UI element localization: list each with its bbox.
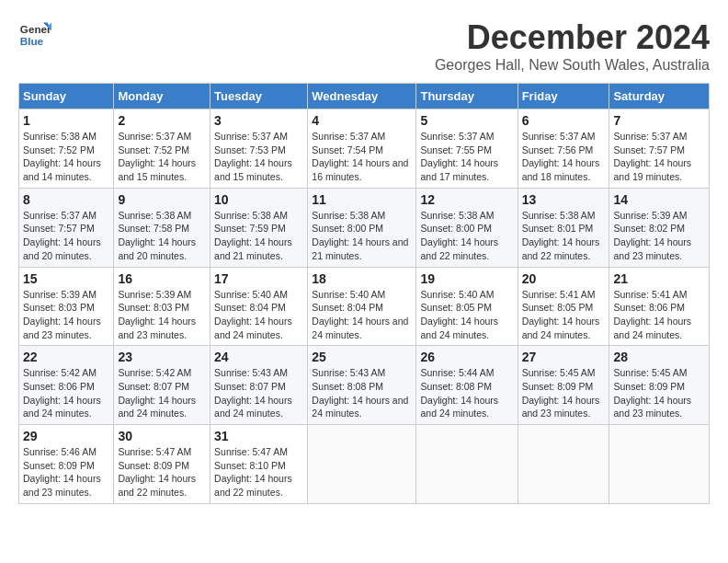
day-number: 9: [118, 192, 206, 207]
calendar-cell: 21Sunrise: 5:41 AMSunset: 8:06 PMDayligh…: [609, 267, 710, 346]
calendar-cell: 22Sunrise: 5:42 AMSunset: 8:06 PMDayligh…: [19, 346, 114, 425]
day-detail: Sunrise: 5:44 AMSunset: 8:08 PMDaylight:…: [420, 366, 513, 420]
day-detail: Sunrise: 5:38 AMSunset: 8:00 PMDaylight:…: [312, 209, 412, 263]
day-number: 31: [214, 429, 303, 443]
day-detail: Sunrise: 5:37 AMSunset: 7:57 PMDaylight:…: [23, 209, 109, 263]
day-detail: Sunrise: 5:41 AMSunset: 8:06 PMDaylight:…: [613, 288, 705, 342]
day-detail: Sunrise: 5:40 AMSunset: 8:04 PMDaylight:…: [312, 288, 412, 342]
day-number: 13: [522, 192, 606, 207]
calendar-cell: 6Sunrise: 5:37 AMSunset: 7:56 PMDaylight…: [518, 109, 609, 189]
day-number: 17: [214, 271, 303, 286]
calendar-cell: [308, 425, 416, 504]
day-number: 15: [23, 271, 109, 286]
day-number: 1: [23, 113, 109, 128]
day-number: 5: [420, 113, 513, 128]
month-title: December 2024: [435, 18, 710, 57]
day-number: 8: [23, 192, 109, 207]
calendar-week-1: 1Sunrise: 5:38 AMSunset: 7:52 PMDaylight…: [19, 109, 710, 189]
day-number: 4: [312, 113, 412, 128]
calendar-cell: 13Sunrise: 5:38 AMSunset: 8:01 PMDayligh…: [518, 188, 609, 267]
day-detail: Sunrise: 5:46 AMSunset: 8:09 PMDaylight:…: [23, 445, 109, 500]
day-detail: Sunrise: 5:41 AMSunset: 8:05 PMDaylight:…: [522, 288, 606, 342]
day-detail: Sunrise: 5:42 AMSunset: 8:06 PMDaylight:…: [23, 366, 109, 420]
calendar-cell: 18Sunrise: 5:40 AMSunset: 8:04 PMDayligh…: [308, 267, 416, 346]
calendar-cell: 29Sunrise: 5:46 AMSunset: 8:09 PMDayligh…: [19, 425, 114, 504]
logo: General Blue: [18, 18, 51, 52]
day-number: 3: [214, 113, 303, 128]
day-detail: Sunrise: 5:40 AMSunset: 8:04 PMDaylight:…: [214, 288, 303, 342]
day-detail: Sunrise: 5:38 AMSunset: 7:59 PMDaylight:…: [214, 209, 303, 263]
day-number: 10: [214, 192, 303, 207]
day-detail: Sunrise: 5:37 AMSunset: 7:55 PMDaylight:…: [420, 130, 513, 184]
col-sunday: Sunday: [19, 84, 114, 109]
calendar-cell: 12Sunrise: 5:38 AMSunset: 8:00 PMDayligh…: [416, 188, 518, 267]
subtitle: Georges Hall, New South Wales, Australia: [435, 57, 710, 74]
day-detail: Sunrise: 5:39 AMSunset: 8:03 PMDaylight:…: [118, 288, 206, 342]
day-number: 6: [522, 113, 606, 128]
day-detail: Sunrise: 5:37 AMSunset: 7:57 PMDaylight:…: [613, 130, 705, 184]
day-number: 28: [613, 350, 705, 364]
day-number: 26: [420, 350, 513, 364]
calendar-cell: [609, 425, 710, 504]
day-number: 25: [312, 350, 412, 364]
day-detail: Sunrise: 5:39 AMSunset: 8:02 PMDaylight:…: [613, 209, 705, 263]
day-number: 11: [312, 192, 412, 207]
calendar-cell: 4Sunrise: 5:37 AMSunset: 7:54 PMDaylight…: [308, 109, 416, 189]
calendar-cell: 17Sunrise: 5:40 AMSunset: 8:04 PMDayligh…: [210, 267, 308, 346]
calendar-cell: 3Sunrise: 5:37 AMSunset: 7:53 PMDaylight…: [210, 109, 308, 189]
calendar-cell: 10Sunrise: 5:38 AMSunset: 7:59 PMDayligh…: [210, 188, 308, 267]
logo-icon: General Blue: [18, 18, 51, 52]
col-saturday: Saturday: [609, 84, 710, 109]
svg-text:Blue: Blue: [20, 35, 44, 47]
calendar-cell: 1Sunrise: 5:38 AMSunset: 7:52 PMDaylight…: [19, 109, 114, 189]
calendar-cell: 19Sunrise: 5:40 AMSunset: 8:05 PMDayligh…: [416, 267, 518, 346]
calendar-cell: 24Sunrise: 5:43 AMSunset: 8:07 PMDayligh…: [210, 346, 308, 425]
calendar-cell: 26Sunrise: 5:44 AMSunset: 8:08 PMDayligh…: [416, 346, 518, 425]
title-area: December 2024 Georges Hall, New South Wa…: [435, 18, 710, 74]
col-thursday: Thursday: [416, 84, 518, 109]
calendar-week-5: 29Sunrise: 5:46 AMSunset: 8:09 PMDayligh…: [19, 425, 710, 504]
day-number: 21: [613, 271, 705, 286]
calendar-cell: 5Sunrise: 5:37 AMSunset: 7:55 PMDaylight…: [416, 109, 518, 189]
day-detail: Sunrise: 5:37 AMSunset: 7:53 PMDaylight:…: [214, 130, 303, 184]
calendar-cell: 9Sunrise: 5:38 AMSunset: 7:58 PMDaylight…: [114, 188, 210, 267]
day-detail: Sunrise: 5:47 AMSunset: 8:10 PMDaylight:…: [214, 445, 303, 500]
day-detail: Sunrise: 5:37 AMSunset: 7:56 PMDaylight:…: [522, 130, 606, 184]
calendar-week-3: 15Sunrise: 5:39 AMSunset: 8:03 PMDayligh…: [19, 267, 710, 346]
col-friday: Friday: [518, 84, 609, 109]
day-number: 20: [522, 271, 606, 286]
day-number: 29: [23, 429, 109, 443]
day-detail: Sunrise: 5:38 AMSunset: 8:01 PMDaylight:…: [522, 209, 606, 263]
calendar-cell: 27Sunrise: 5:45 AMSunset: 8:09 PMDayligh…: [518, 346, 609, 425]
calendar-cell: 25Sunrise: 5:43 AMSunset: 8:08 PMDayligh…: [308, 346, 416, 425]
day-detail: Sunrise: 5:38 AMSunset: 7:58 PMDaylight:…: [118, 209, 206, 263]
day-detail: Sunrise: 5:42 AMSunset: 8:07 PMDaylight:…: [118, 366, 206, 420]
calendar-cell: 2Sunrise: 5:37 AMSunset: 7:52 PMDaylight…: [114, 109, 210, 189]
calendar-cell: 23Sunrise: 5:42 AMSunset: 8:07 PMDayligh…: [114, 346, 210, 425]
calendar-table: Sunday Monday Tuesday Wednesday Thursday…: [18, 83, 710, 504]
calendar-cell: 31Sunrise: 5:47 AMSunset: 8:10 PMDayligh…: [210, 425, 308, 504]
header: General Blue December 2024 Georges Hall,…: [18, 18, 710, 74]
day-detail: Sunrise: 5:38 AMSunset: 8:00 PMDaylight:…: [420, 209, 513, 263]
day-number: 22: [23, 350, 109, 364]
calendar-cell: 15Sunrise: 5:39 AMSunset: 8:03 PMDayligh…: [19, 267, 114, 346]
day-number: 7: [613, 113, 705, 128]
day-number: 12: [420, 192, 513, 207]
calendar-cell: 28Sunrise: 5:45 AMSunset: 8:09 PMDayligh…: [609, 346, 710, 425]
header-row: Sunday Monday Tuesday Wednesday Thursday…: [19, 84, 710, 109]
day-detail: Sunrise: 5:39 AMSunset: 8:03 PMDaylight:…: [23, 288, 109, 342]
calendar-cell: 11Sunrise: 5:38 AMSunset: 8:00 PMDayligh…: [308, 188, 416, 267]
day-number: 19: [420, 271, 513, 286]
calendar-cell: 7Sunrise: 5:37 AMSunset: 7:57 PMDaylight…: [609, 109, 710, 189]
day-detail: Sunrise: 5:47 AMSunset: 8:09 PMDaylight:…: [118, 445, 206, 500]
day-number: 14: [613, 192, 705, 207]
calendar-cell: [518, 425, 609, 504]
calendar-cell: 16Sunrise: 5:39 AMSunset: 8:03 PMDayligh…: [114, 267, 210, 346]
calendar-week-4: 22Sunrise: 5:42 AMSunset: 8:06 PMDayligh…: [19, 346, 710, 425]
day-detail: Sunrise: 5:37 AMSunset: 7:54 PMDaylight:…: [312, 130, 412, 184]
day-number: 30: [118, 429, 206, 443]
day-number: 24: [214, 350, 303, 364]
day-number: 27: [522, 350, 606, 364]
calendar-cell: 20Sunrise: 5:41 AMSunset: 8:05 PMDayligh…: [518, 267, 609, 346]
day-number: 23: [118, 350, 206, 364]
